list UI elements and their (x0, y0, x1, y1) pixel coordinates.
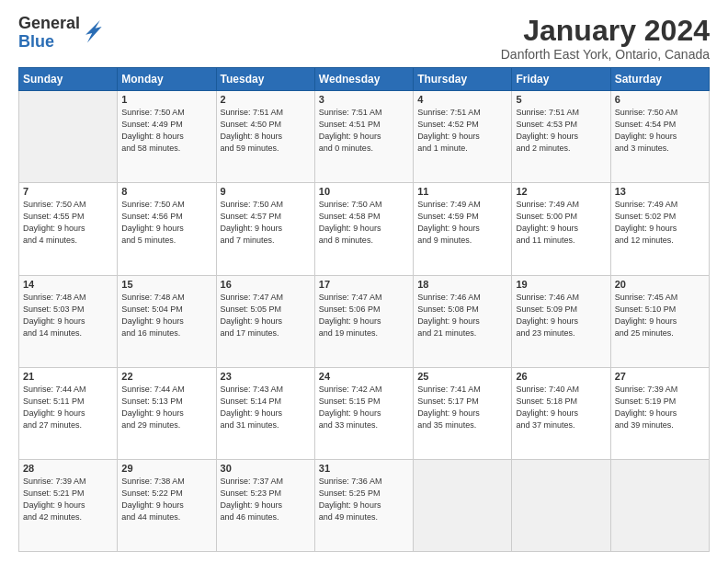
month-title: January 2024 (501, 15, 710, 47)
weekday-header-saturday: Saturday (610, 68, 709, 91)
page: General Blue January 2024 Danforth East … (0, 0, 728, 563)
calendar-cell: 23Sunrise: 7:43 AMSunset: 5:14 PMDayligh… (216, 367, 314, 459)
logo: General Blue (18, 15, 102, 52)
calendar-cell: 31Sunrise: 7:36 AMSunset: 5:25 PMDayligh… (314, 459, 413, 551)
day-info: Sunrise: 7:48 AMSunset: 5:03 PMDaylight:… (23, 292, 113, 339)
day-number: 21 (23, 371, 113, 382)
day-info: Sunrise: 7:50 AMSunset: 4:55 PMDaylight:… (23, 199, 113, 247)
weekday-header-sunday: Sunday (19, 68, 118, 91)
title-block: January 2024 Danforth East York, Ontario… (501, 15, 710, 62)
day-info: Sunrise: 7:44 AMSunset: 5:11 PMDaylight:… (23, 384, 113, 431)
day-info: Sunrise: 7:38 AMSunset: 5:22 PMDaylight:… (121, 476, 211, 523)
calendar-cell: 22Sunrise: 7:44 AMSunset: 5:13 PMDayligh… (118, 367, 216, 459)
day-number: 4 (417, 94, 507, 105)
calendar-week-row: 7Sunrise: 7:50 AMSunset: 4:55 PMDaylight… (19, 183, 710, 275)
day-info: Sunrise: 7:51 AMSunset: 4:52 PMDaylight:… (417, 107, 507, 155)
weekday-header-thursday: Thursday (414, 68, 512, 91)
day-info: Sunrise: 7:41 AMSunset: 5:17 PMDaylight:… (417, 384, 507, 431)
day-info: Sunrise: 7:42 AMSunset: 5:15 PMDaylight:… (319, 384, 409, 431)
day-info: Sunrise: 7:49 AMSunset: 5:02 PMDaylight:… (615, 199, 705, 247)
day-number: 20 (615, 279, 705, 290)
day-number: 29 (121, 463, 211, 474)
day-info: Sunrise: 7:46 AMSunset: 5:08 PMDaylight:… (417, 292, 507, 339)
day-number: 31 (319, 463, 409, 474)
calendar-cell: 10Sunrise: 7:50 AMSunset: 4:58 PMDayligh… (314, 183, 413, 275)
day-number: 1 (121, 94, 211, 105)
calendar-cell: 15Sunrise: 7:48 AMSunset: 5:04 PMDayligh… (118, 275, 216, 367)
day-number: 12 (516, 186, 606, 197)
calendar-cell: 8Sunrise: 7:50 AMSunset: 4:56 PMDaylight… (118, 183, 216, 275)
day-info: Sunrise: 7:49 AMSunset: 4:59 PMDaylight:… (417, 199, 507, 247)
day-info: Sunrise: 7:45 AMSunset: 5:10 PMDaylight:… (615, 292, 705, 339)
day-number: 17 (319, 279, 409, 290)
calendar-cell: 24Sunrise: 7:42 AMSunset: 5:15 PMDayligh… (314, 367, 413, 459)
calendar-cell: 11Sunrise: 7:49 AMSunset: 4:59 PMDayligh… (414, 183, 512, 275)
calendar-cell: 25Sunrise: 7:41 AMSunset: 5:17 PMDayligh… (414, 367, 512, 459)
day-number: 15 (121, 279, 211, 290)
calendar-cell: 13Sunrise: 7:49 AMSunset: 5:02 PMDayligh… (610, 183, 709, 275)
calendar-cell: 2Sunrise: 7:51 AMSunset: 4:50 PMDaylight… (216, 91, 314, 183)
header: General Blue January 2024 Danforth East … (18, 15, 710, 62)
day-number: 16 (221, 279, 311, 290)
calendar-cell: 21Sunrise: 7:44 AMSunset: 5:11 PMDayligh… (19, 367, 118, 459)
day-number: 6 (615, 94, 705, 105)
calendar-table: SundayMondayTuesdayWednesdayThursdayFrid… (18, 67, 710, 552)
calendar-cell: 4Sunrise: 7:51 AMSunset: 4:52 PMDaylight… (414, 91, 512, 183)
calendar-cell: 7Sunrise: 7:50 AMSunset: 4:55 PMDaylight… (19, 183, 118, 275)
calendar-cell: 30Sunrise: 7:37 AMSunset: 5:23 PMDayligh… (216, 459, 314, 551)
calendar-cell: 16Sunrise: 7:47 AMSunset: 5:05 PMDayligh… (216, 275, 314, 367)
day-number: 24 (319, 371, 409, 382)
day-info: Sunrise: 7:51 AMSunset: 4:51 PMDaylight:… (319, 107, 409, 155)
day-info: Sunrise: 7:50 AMSunset: 4:49 PMDaylight:… (121, 107, 211, 155)
calendar-header: SundayMondayTuesdayWednesdayThursdayFrid… (19, 68, 710, 91)
day-number: 26 (516, 371, 606, 382)
day-info: Sunrise: 7:47 AMSunset: 5:05 PMDaylight:… (221, 292, 311, 339)
calendar-cell: 20Sunrise: 7:45 AMSunset: 5:10 PMDayligh… (610, 275, 709, 367)
day-info: Sunrise: 7:50 AMSunset: 4:56 PMDaylight:… (121, 199, 211, 247)
day-number: 18 (417, 279, 507, 290)
calendar-cell: 29Sunrise: 7:38 AMSunset: 5:22 PMDayligh… (118, 459, 216, 551)
weekday-header-friday: Friday (512, 68, 610, 91)
calendar-cell: 17Sunrise: 7:47 AMSunset: 5:06 PMDayligh… (314, 275, 413, 367)
calendar-cell: 18Sunrise: 7:46 AMSunset: 5:08 PMDayligh… (414, 275, 512, 367)
day-number: 13 (615, 186, 705, 197)
calendar-cell: 14Sunrise: 7:48 AMSunset: 5:03 PMDayligh… (19, 275, 118, 367)
calendar-body: 1Sunrise: 7:50 AMSunset: 4:49 PMDaylight… (19, 91, 710, 552)
calendar-cell (512, 459, 610, 551)
day-number: 9 (221, 186, 311, 197)
calendar-cell: 9Sunrise: 7:50 AMSunset: 4:57 PMDaylight… (216, 183, 314, 275)
day-info: Sunrise: 7:40 AMSunset: 5:18 PMDaylight:… (516, 384, 606, 431)
day-info: Sunrise: 7:46 AMSunset: 5:09 PMDaylight:… (516, 292, 606, 339)
day-info: Sunrise: 7:39 AMSunset: 5:21 PMDaylight:… (23, 476, 113, 523)
day-number: 3 (319, 94, 409, 105)
day-info: Sunrise: 7:51 AMSunset: 4:53 PMDaylight:… (516, 107, 606, 155)
calendar-cell: 12Sunrise: 7:49 AMSunset: 5:00 PMDayligh… (512, 183, 610, 275)
day-info: Sunrise: 7:43 AMSunset: 5:14 PMDaylight:… (221, 384, 311, 431)
calendar-cell: 1Sunrise: 7:50 AMSunset: 4:49 PMDaylight… (118, 91, 216, 183)
day-number: 7 (23, 186, 113, 197)
location: Danforth East York, Ontario, Canada (501, 47, 710, 62)
logo-blue: Blue (18, 33, 80, 52)
svg-marker-0 (85, 20, 102, 43)
calendar-cell: 3Sunrise: 7:51 AMSunset: 4:51 PMDaylight… (314, 91, 413, 183)
logo-text: General Blue (18, 15, 80, 52)
calendar-cell: 26Sunrise: 7:40 AMSunset: 5:18 PMDayligh… (512, 367, 610, 459)
day-number: 27 (615, 371, 705, 382)
calendar-week-row: 28Sunrise: 7:39 AMSunset: 5:21 PMDayligh… (19, 459, 710, 551)
day-info: Sunrise: 7:50 AMSunset: 4:57 PMDaylight:… (221, 199, 311, 247)
weekday-header-row: SundayMondayTuesdayWednesdayThursdayFrid… (19, 68, 710, 91)
weekday-header-monday: Monday (118, 68, 216, 91)
day-number: 23 (221, 371, 311, 382)
day-number: 2 (221, 94, 311, 105)
day-number: 28 (23, 463, 113, 474)
calendar-week-row: 21Sunrise: 7:44 AMSunset: 5:11 PMDayligh… (19, 367, 710, 459)
day-info: Sunrise: 7:50 AMSunset: 4:54 PMDaylight:… (615, 107, 705, 155)
day-info: Sunrise: 7:48 AMSunset: 5:04 PMDaylight:… (121, 292, 211, 339)
day-number: 25 (417, 371, 507, 382)
day-number: 8 (121, 186, 211, 197)
day-info: Sunrise: 7:37 AMSunset: 5:23 PMDaylight:… (221, 476, 311, 523)
calendar-cell: 19Sunrise: 7:46 AMSunset: 5:09 PMDayligh… (512, 275, 610, 367)
logo-bird-icon (84, 20, 102, 46)
calendar-week-row: 14Sunrise: 7:48 AMSunset: 5:03 PMDayligh… (19, 275, 710, 367)
calendar-cell: 6Sunrise: 7:50 AMSunset: 4:54 PMDaylight… (610, 91, 709, 183)
